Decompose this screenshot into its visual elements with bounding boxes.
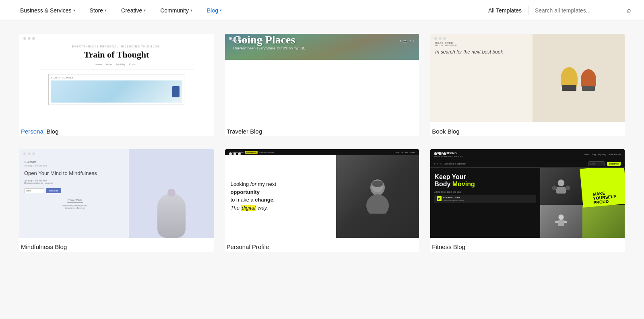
chevron-down-icon: ▾ [73, 8, 75, 12]
template-card-personal-profile[interactable]: I'm Sofia Farrow. Digital Activist Write… [225, 149, 419, 252]
svg-rect-9 [558, 220, 564, 226]
featured-label: FEATURED POST [443, 196, 464, 199]
instagram-icon: 📷 [403, 39, 407, 43]
chevron-down-icon: ▾ [190, 8, 192, 12]
mind-right [129, 149, 213, 238]
all-templates-link[interactable]: All Templates [488, 7, 522, 14]
card-preview-personal-blog: EVERYTHING IS PERSONAL, INCLUDING THIS B… [19, 34, 214, 122]
featured-text: The secret of positive training [443, 200, 464, 202]
svg-point-1 [366, 194, 389, 214]
chevron-down-icon: ▾ [144, 8, 146, 12]
profile-face-image [336, 149, 419, 238]
profile-left: Looking for my next opportunity to make … [225, 149, 336, 238]
browser-dots [229, 37, 241, 40]
svg-rect-11 [564, 221, 567, 223]
dot-2 [439, 152, 442, 155]
nav-eat: Eat [260, 39, 263, 43]
profile-badge: Digital Activist [245, 151, 258, 154]
search-bar: ⌕ [535, 6, 631, 14]
mind-logo: ○ Breathe [24, 161, 126, 163]
mind-title: Open Your Mind to Mindfulness [24, 170, 126, 177]
profile-topbar: I'm Sofia Farrow. Digital Activist Write… [225, 149, 419, 155]
card-preview-traveler-blog: Home About Travel Eat Relax Videos f 📷 P… [225, 34, 419, 122]
preview-fitness: BODY MOVINGAll the fitness tips in one p… [430, 149, 625, 238]
nav-label-community: Community [160, 7, 189, 14]
person-head [167, 189, 175, 197]
card-label-book-blog: Book Blog [430, 122, 625, 136]
highlight-digital: digital [241, 205, 256, 211]
dot-3 [238, 37, 241, 40]
svg-point-7 [566, 185, 570, 190]
nav-item-store[interactable]: Store ▾ [83, 0, 114, 21]
mind-left: ○ Breathe The blog of love and care Open… [19, 149, 129, 238]
preview-mindfulness: ○ Breathe The blog of love and care Open… [19, 149, 214, 238]
nav-blog: Blog [592, 153, 596, 156]
nav-item-community[interactable]: Community ▾ [153, 0, 200, 21]
dot-1 [229, 152, 232, 155]
card-label-traveler-blog: Traveler Blog [225, 122, 419, 136]
nav-relax: Relax [266, 39, 272, 43]
dot-3 [238, 152, 241, 155]
nav-contact: Contact [410, 151, 415, 153]
nav-my-story: My Story [598, 153, 606, 156]
blog-subtitle: EVERYTHING IS PERSONAL, INCLUDING THIS B… [72, 45, 161, 48]
search-input[interactable] [535, 7, 623, 14]
nav-link-contact: Contact [129, 63, 138, 66]
person-dark [581, 69, 596, 89]
book-icon [172, 86, 180, 97]
fitness-image-2: MAKEYOURSELFPROUD [580, 168, 625, 208]
browser-dots [23, 37, 35, 40]
fitness-image-4 [582, 205, 625, 238]
svg-point-4 [558, 179, 565, 186]
social-icons: t ▪ in ▪ □ [434, 163, 441, 165]
dot-2 [28, 152, 31, 155]
template-card-traveler-blog[interactable]: Home About Travel Eat Relax Videos f 📷 P… [225, 34, 419, 136]
travel-sub: I haven't been everywhere, but it's on m… [233, 46, 305, 50]
label-accent: Personal [21, 128, 46, 135]
search-button[interactable]: ⌕ [627, 6, 631, 14]
browser-dots [229, 152, 241, 155]
nav-label-store: Store [90, 7, 103, 14]
featured-label: FEATURED POST [51, 76, 182, 79]
nav-item-blog[interactable]: Blog ▾ [200, 0, 229, 21]
subscribe-text: Don't sweat it, subscribe: [444, 163, 586, 165]
dot-1 [229, 37, 232, 40]
svg-point-6 [552, 185, 557, 190]
nav-link-home: Home [95, 63, 102, 66]
navbar: Business & Services ▾ Store ▾ Creative ▾… [0, 0, 644, 21]
nav-videos: Videos [276, 39, 283, 43]
person-meditation [157, 193, 186, 238]
label-text: Blog [46, 128, 58, 135]
fit-subtitle: All the fitness tips in one place [434, 191, 536, 193]
browser-dots [434, 37, 446, 40]
nav-link-myblog: My Blog [116, 63, 125, 66]
mind-text: The blog of love and newMind your mailbo… [24, 179, 126, 184]
featured-box: FEATURED POST [48, 74, 184, 105]
template-card-book-blog[interactable]: f t p READ OVERBOOK REVIEW In search for… [430, 34, 625, 136]
preview-profile: I'm Sofia Farrow. Digital Activist Write… [225, 149, 419, 238]
template-card-fitness-blog[interactable]: BODY MOVINGAll the fitness tips in one p… [430, 149, 625, 252]
profile-text: Looking for my next opportunity to make … [231, 180, 330, 212]
fit-nav: Home Blog My Story Work with Me [584, 153, 621, 156]
card-preview-book-blog: f t p READ OVERBOOK REVIEW In search for… [430, 34, 625, 122]
recent-posts-label: Recent Posts [24, 199, 126, 201]
nav-item-business[interactable]: Business & Services ▾ [13, 0, 83, 21]
nav-home: Home [395, 151, 399, 153]
nav-item-creative[interactable]: Creative ▾ [114, 0, 153, 21]
mini-nav: Home About My Blog Contact [95, 63, 137, 66]
card-label-mindfulness-blog: Mindfulness Blog [19, 238, 214, 252]
template-card-mindfulness-blog[interactable]: ○ Breathe The blog of love and care Open… [19, 149, 214, 252]
featured-image [51, 80, 182, 103]
svg-rect-5 [556, 187, 566, 194]
dot-3 [32, 37, 35, 40]
book-left: READ OVERBOOK REVIEW In search for the n… [430, 34, 532, 122]
dot-1 [434, 37, 437, 40]
preview-personal: EVERYTHING IS PERSONAL, INCLUDING THIS B… [19, 34, 214, 122]
browser-dots [23, 152, 35, 155]
fit-left: Keep YourBody Moving All the fitness tip… [430, 168, 540, 238]
card-preview-mindfulness-blog: ○ Breathe The blog of love and care Open… [19, 149, 214, 238]
template-card-personal-blog[interactable]: EVERYTHING IS PERSONAL, INCLUDING THIS B… [19, 34, 214, 136]
highlight-moving: Moving [452, 181, 475, 187]
dot-3 [32, 152, 35, 155]
book-in-hand-1 [562, 85, 576, 91]
